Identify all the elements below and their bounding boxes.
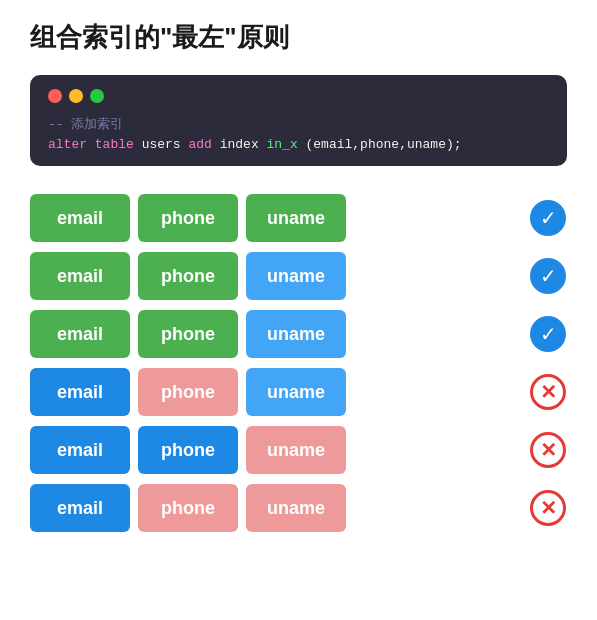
cross-icon: ✕ xyxy=(529,489,567,527)
badge-phone-5: phone xyxy=(138,484,238,532)
badge-uname-4: uname xyxy=(246,426,346,474)
badge-uname-3: uname xyxy=(246,368,346,416)
badge-phone-2: phone xyxy=(138,310,238,358)
dot-red xyxy=(48,89,62,103)
table-row: emailphoneuname✕ xyxy=(30,368,567,416)
code-plain-args: (email,phone,uname); xyxy=(306,137,462,152)
check-icon: ✓ xyxy=(529,199,567,237)
code-keyword-alter: alter table xyxy=(48,137,134,152)
rows-container: emailphoneuname✓emailphoneuname✓emailpho… xyxy=(30,194,567,532)
cross-icon: ✕ xyxy=(529,431,567,469)
table-row: emailphoneuname✕ xyxy=(30,426,567,474)
table-row: emailphoneuname✓ xyxy=(30,194,567,242)
page-title: 组合索引的"最左"原则 xyxy=(30,20,567,55)
cross-icon: ✕ xyxy=(529,373,567,411)
check-icon: ✓ xyxy=(529,315,567,353)
badge-email-5: email xyxy=(30,484,130,532)
badge-uname-0: uname xyxy=(246,194,346,242)
badge-phone-0: phone xyxy=(138,194,238,242)
badge-email-4: email xyxy=(30,426,130,474)
table-row: emailphoneuname✓ xyxy=(30,310,567,358)
badge-phone-4: phone xyxy=(138,426,238,474)
table-row: emailphoneuname✕ xyxy=(30,484,567,532)
code-line: alter table users add index in_x (email,… xyxy=(48,137,549,152)
badge-phone-1: phone xyxy=(138,252,238,300)
code-plain-users: users xyxy=(142,137,189,152)
code-plain-index: index xyxy=(220,137,267,152)
dot-yellow xyxy=(69,89,83,103)
window-dots xyxy=(48,89,549,103)
badge-uname-1: uname xyxy=(246,252,346,300)
badge-email-3: email xyxy=(30,368,130,416)
badge-email-1: email xyxy=(30,252,130,300)
badge-phone-3: phone xyxy=(138,368,238,416)
code-block: -- 添加索引 alter table users add index in_x… xyxy=(30,75,567,166)
badge-uname-5: uname xyxy=(246,484,346,532)
badge-email-0: email xyxy=(30,194,130,242)
code-keyword-add: add xyxy=(188,137,211,152)
dot-green-window xyxy=(90,89,104,103)
badge-uname-2: uname xyxy=(246,310,346,358)
code-comment: -- 添加索引 xyxy=(48,115,549,133)
check-icon: ✓ xyxy=(529,257,567,295)
code-identifier: in_x xyxy=(266,137,297,152)
badge-email-2: email xyxy=(30,310,130,358)
table-row: emailphoneuname✓ xyxy=(30,252,567,300)
